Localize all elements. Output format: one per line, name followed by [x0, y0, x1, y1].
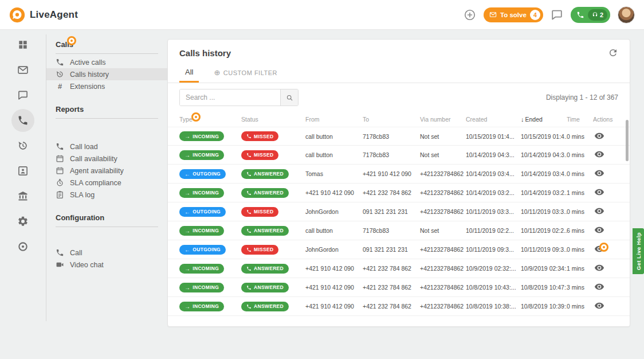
view-call-button[interactable] — [594, 187, 604, 197]
type-badge: INCOMING — [179, 131, 224, 141]
sidebar-item-agent-availability[interactable]: Agent availability — [46, 165, 167, 177]
rail-company-button[interactable] — [11, 185, 34, 208]
column-header-type[interactable]: Type — [179, 116, 241, 123]
sidebar-item-call-availability[interactable]: Call availability — [46, 153, 167, 165]
phone-icon — [576, 11, 584, 19]
status-badge: ANSWERED — [241, 169, 289, 179]
table-row[interactable]: INCOMING ANSWERED +421 910 412 090 +421 … — [168, 278, 630, 297]
calls-count-badge: 2 — [588, 9, 607, 21]
view-call-button[interactable] — [594, 206, 604, 216]
phone-icon — [56, 142, 64, 151]
active-calls-button[interactable]: 2 — [571, 7, 610, 23]
table-row[interactable]: INCOMING MISSED call button 7178cb83 Not… — [168, 127, 630, 146]
rail-calls-button[interactable] — [11, 109, 34, 132]
column-header-status[interactable]: Status — [241, 116, 305, 123]
section-title-calls: Calls — [46, 37, 167, 52]
created-cell: 10/15/2019 01:4... — [466, 133, 521, 140]
view-call-button[interactable] — [594, 225, 604, 235]
ended-cell: 10/8/2019 10:47:... — [521, 284, 567, 291]
time-cell: 0 mins — [567, 151, 593, 158]
column-header-to[interactable]: To — [363, 116, 420, 123]
type-badge: INCOMING — [179, 302, 224, 311]
rail-chats-button[interactable] — [11, 84, 34, 107]
view-call-button[interactable] — [594, 168, 604, 178]
table-row[interactable]: INCOMING MISSED call button 7178cb83 Not… — [168, 146, 630, 165]
table-row[interactable]: OUTGOING MISSED JohnGordon 091 321 231 2… — [168, 240, 630, 259]
table-row[interactable]: OUTGOING ANSWERED Tomas +421 910 412 090… — [168, 165, 630, 184]
annotation-marker-calls — [67, 36, 76, 45]
time-cell: 0 mins — [567, 170, 593, 177]
table-toolbar: Displaying 1 - 12 of 367 — [168, 83, 630, 112]
table-row[interactable]: OUTGOING MISSED JohnGordon 091 321 231 2… — [168, 202, 630, 221]
sidebar-item-extensions[interactable]: Extensions — [46, 80, 167, 92]
brand-logo[interactable]: LiveAgent — [9, 7, 78, 23]
column-header-actions: Actions — [593, 116, 619, 123]
calls-sidebar: Calls Active calls Calls history Extensi… — [46, 34, 167, 321]
sidebar-item-sla-log[interactable]: SLA log — [46, 189, 167, 201]
table-row[interactable]: INCOMING ANSWERED +421 910 412 090 +421 … — [168, 297, 630, 316]
to-cell: +421 910 412 090 — [363, 170, 420, 177]
from-cell: Tomas — [305, 170, 363, 177]
plus-circle-icon — [214, 68, 220, 77]
table-row[interactable]: INCOMING ANSWERED +421 910 412 090 +421 … — [168, 184, 630, 202]
history-icon — [56, 70, 64, 79]
phone-icon — [246, 134, 252, 139]
created-cell: 10/14/2019 03:4... — [466, 170, 521, 177]
sidebar-item-video-chat[interactable]: Video chat — [46, 259, 167, 271]
sidebar-item-active-calls[interactable]: Active calls — [46, 56, 167, 68]
eye-icon — [594, 225, 604, 235]
view-call-button[interactable] — [594, 263, 604, 273]
search-button[interactable] — [280, 89, 298, 106]
via-number-cell: +421232784862 — [420, 170, 466, 177]
get-live-help-tab[interactable]: Get Live Help — [633, 228, 644, 274]
page-title: Calls history — [179, 48, 618, 59]
column-header-via-number[interactable]: Via number — [420, 116, 466, 123]
ring-icon — [17, 241, 29, 252]
via-number-cell: +421232784862 — [420, 189, 466, 196]
type-badge: INCOMING — [179, 226, 224, 236]
phone-icon — [246, 209, 252, 214]
history-icon — [17, 140, 29, 151]
time-cell: 1 mins — [567, 189, 593, 196]
table-row[interactable]: INCOMING ANSWERED call button 7178cb83 N… — [168, 221, 630, 240]
sidebar-item-call[interactable]: Call — [46, 247, 167, 259]
rail-contacts-button[interactable] — [11, 159, 34, 182]
rail-tickets-button[interactable] — [11, 58, 34, 81]
rail-settings-button[interactable] — [11, 210, 34, 233]
rail-dashboard-button[interactable] — [11, 33, 34, 56]
create-new-button[interactable] — [464, 9, 476, 21]
view-call-button[interactable] — [594, 149, 604, 159]
via-number-cell: +421232784862 — [420, 246, 466, 253]
status-badge: MISSED — [241, 207, 278, 217]
chats-button[interactable] — [551, 9, 563, 21]
column-header-ended[interactable]: Ended — [521, 116, 567, 123]
brand-text: LiveAgent — [30, 9, 78, 21]
search-input[interactable] — [180, 89, 280, 106]
liveagent-logo-icon — [9, 7, 25, 23]
tab-all[interactable]: All — [179, 63, 199, 83]
view-call-button[interactable] — [594, 301, 604, 311]
rail-history-button[interactable] — [11, 134, 34, 157]
column-header-from[interactable]: From — [305, 116, 363, 123]
sidebar-item-calls-history[interactable]: Calls history — [46, 68, 167, 80]
chat-bubble-icon — [17, 89, 29, 101]
status-badge: MISSED — [241, 150, 278, 160]
sidebar-item-sla-compliance[interactable]: SLA compliance — [46, 177, 167, 189]
created-cell: 10/14/2019 03:2... — [466, 189, 521, 196]
view-call-button[interactable] — [594, 282, 604, 292]
calendar-icon — [56, 166, 64, 175]
column-header-created[interactable]: Created — [466, 116, 521, 123]
column-header-time[interactable]: Time — [567, 116, 593, 123]
status-badge: MISSED — [241, 131, 278, 141]
sidebar-item-call-load[interactable]: Call load — [46, 141, 167, 153]
eye-icon — [594, 282, 604, 292]
to-solve-button[interactable]: To solve 4 — [484, 7, 543, 22]
type-badge: INCOMING — [179, 188, 224, 198]
user-avatar[interactable] — [618, 6, 635, 24]
refresh-button[interactable] — [608, 48, 619, 59]
table-row[interactable]: INCOMING ANSWERED +421 910 412 090 +421 … — [168, 259, 630, 278]
vertical-scrollbar[interactable] — [626, 120, 629, 161]
view-call-button[interactable] — [594, 131, 604, 141]
rail-status-button[interactable] — [11, 235, 34, 258]
tab-custom-filter[interactable]: CUSTOM FILTER — [211, 63, 280, 83]
